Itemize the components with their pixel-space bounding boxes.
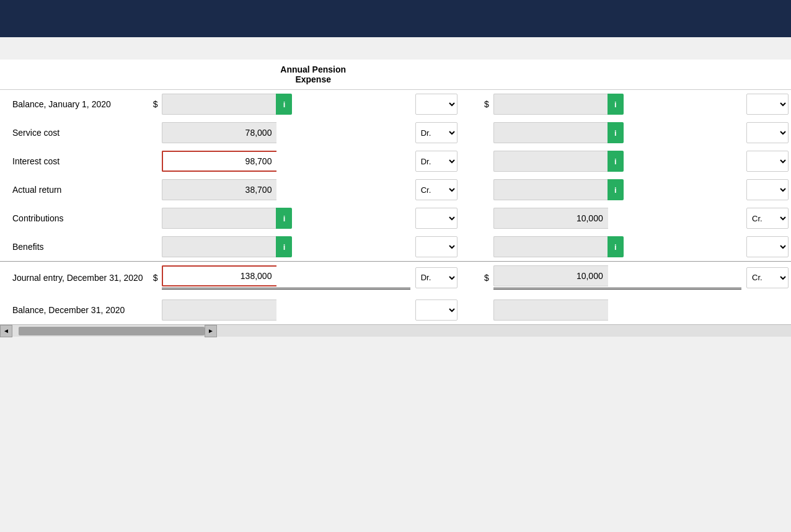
cash-info-button[interactable]: i (608, 122, 624, 143)
cash-input-wrapper: i (493, 236, 741, 257)
row-label: Actual return (0, 175, 148, 204)
cash-drcr-cell: Dr.Cr. (744, 204, 791, 233)
cash-input-wrapper (493, 265, 741, 290)
cash-info-button[interactable]: i (608, 236, 624, 257)
ape-drcr-select[interactable]: Dr.Cr. (415, 267, 457, 288)
ape-input-wrapper: i (162, 94, 410, 115)
cash-input-cell: i (491, 118, 744, 147)
ape-drcr-select[interactable]: Dr.Cr. (415, 208, 457, 229)
cash-input-wrapper: i (493, 94, 741, 115)
ape-input-wrapper (162, 265, 410, 290)
cash-dollar-sign (479, 118, 491, 147)
journal-table: Annual PensionExpense Balance, January 1… (0, 60, 791, 324)
row-label: Interest cost (0, 147, 148, 175)
row-label: Balance, January 1, 2020 (0, 90, 148, 119)
cash-drcr-select[interactable]: Dr.Cr. (746, 236, 789, 257)
cash-amount-input[interactable] (493, 236, 608, 257)
cash-amount-input[interactable] (493, 122, 608, 143)
ape-dollar-sign (148, 296, 160, 324)
ape-drcr-select[interactable]: Dr.Cr. (415, 122, 457, 143)
ape-amount-input[interactable] (162, 208, 276, 229)
cash-drcr-cell (744, 296, 791, 324)
cash-input-cell: i (491, 90, 744, 119)
cash-amount-input[interactable] (493, 208, 608, 229)
ape-input-wrapper (162, 179, 410, 200)
ape-dollar-sign (148, 118, 160, 147)
ape-input-cell (159, 118, 412, 147)
cash-drcr-cell: Dr.Cr. (744, 118, 791, 147)
cash-dollar-sign: $ (479, 90, 491, 119)
ape-drcr-select[interactable]: Dr.Cr. (415, 236, 457, 257)
cash-amount-input[interactable] (493, 299, 608, 321)
row-label: Balance, December 31, 2020 (0, 296, 148, 324)
ape-dollar-sign: $ (148, 90, 160, 119)
cash-amount-input[interactable] (493, 94, 608, 115)
table-row: ContributionsiDr.Cr.Dr.Cr. (0, 204, 791, 233)
cash-dollar-sign: $ (479, 262, 491, 294)
ape-input-cell: i (159, 233, 412, 262)
table-row: Interest costDr.Cr.iDr.Cr. (0, 147, 791, 175)
cash-input-cell (491, 262, 744, 294)
ape-dollar-sign: $ (148, 262, 160, 294)
ape-input-wrapper (162, 122, 410, 143)
cash-drcr-select[interactable]: Dr.Cr. (746, 179, 789, 200)
ape-amount-input[interactable] (162, 151, 276, 172)
cash-info-button[interactable]: i (608, 179, 624, 200)
cash-dollar-sign (479, 147, 491, 175)
cash-input-wrapper (493, 299, 741, 321)
col-header-ape: Annual PensionExpense (148, 60, 479, 90)
cash-drcr-select[interactable]: Dr.Cr. (746, 267, 789, 288)
ape-drcr-select[interactable]: Dr.Cr. (415, 179, 457, 200)
scrollbar-thumb[interactable] (19, 327, 205, 335)
cash-dollar-sign (479, 233, 491, 262)
ape-info-button[interactable]: i (276, 208, 292, 229)
cash-dollar-sign (479, 204, 491, 233)
cash-input-cell: i (491, 175, 744, 204)
ape-drcr-cell: Dr.Cr. (413, 204, 460, 233)
ape-input-wrapper (162, 299, 410, 321)
ape-info-button[interactable]: i (276, 94, 292, 115)
col-header-items (0, 60, 148, 90)
ape-amount-input[interactable] (162, 265, 276, 286)
cash-amount-input[interactable] (493, 265, 608, 286)
top-bar (0, 0, 791, 37)
cash-dollar-sign (479, 296, 491, 324)
cash-amount-input[interactable] (493, 179, 608, 200)
cash-input-wrapper (493, 208, 741, 229)
ape-amount-input[interactable] (162, 236, 276, 257)
ape-drcr-select[interactable]: Dr.Cr. (415, 94, 457, 115)
table-row: Service costDr.Cr.iDr.Cr. (0, 118, 791, 147)
scroll-left-arrow[interactable]: ◄ (0, 325, 12, 337)
ape-dollar-sign (148, 204, 160, 233)
ape-input-cell (159, 175, 412, 204)
cash-info-button[interactable]: i (608, 94, 624, 115)
cash-input-cell (491, 204, 744, 233)
ape-amount-input[interactable] (162, 179, 276, 200)
row-label: Journal entry, December 31, 2020 (0, 262, 148, 294)
cash-info-button[interactable]: i (608, 151, 624, 172)
cash-input-cell (491, 296, 744, 324)
cash-drcr-cell: Dr.Cr. (744, 90, 791, 119)
ape-amount-input[interactable] (162, 122, 276, 143)
ape-amount-input[interactable] (162, 299, 276, 321)
table-row: Journal entry, December 31, 2020$Dr.Cr.$… (0, 262, 791, 294)
cash-drcr-select[interactable]: Dr.Cr. (746, 151, 789, 172)
ape-drcr-select[interactable]: Dr.Cr. (415, 151, 457, 172)
cash-input-cell: i (491, 147, 744, 175)
ape-input-cell: i (159, 204, 412, 233)
cash-amount-input[interactable] (493, 151, 608, 172)
ape-dollar-sign (148, 233, 160, 262)
ape-amount-input[interactable] (162, 94, 276, 115)
scroll-right-arrow[interactable]: ► (205, 325, 217, 337)
ape-drcr-cell: Dr.Cr. (413, 175, 460, 204)
ape-dollar-sign (148, 147, 160, 175)
cash-drcr-select[interactable]: Dr.Cr. (746, 94, 789, 115)
ape-drcr-cell: Dr.Cr. (413, 296, 460, 324)
ape-drcr-select[interactable]: Dr.Cr. (415, 299, 457, 321)
cash-drcr-select[interactable]: Dr.Cr. (746, 208, 789, 229)
ape-info-button[interactable]: i (276, 236, 292, 257)
cash-drcr-select[interactable]: Dr.Cr. (746, 122, 789, 143)
table-row: Balance, December 31, 2020Dr.Cr. (0, 296, 791, 324)
ape-dollar-sign (148, 175, 160, 204)
ape-input-cell (159, 147, 412, 175)
